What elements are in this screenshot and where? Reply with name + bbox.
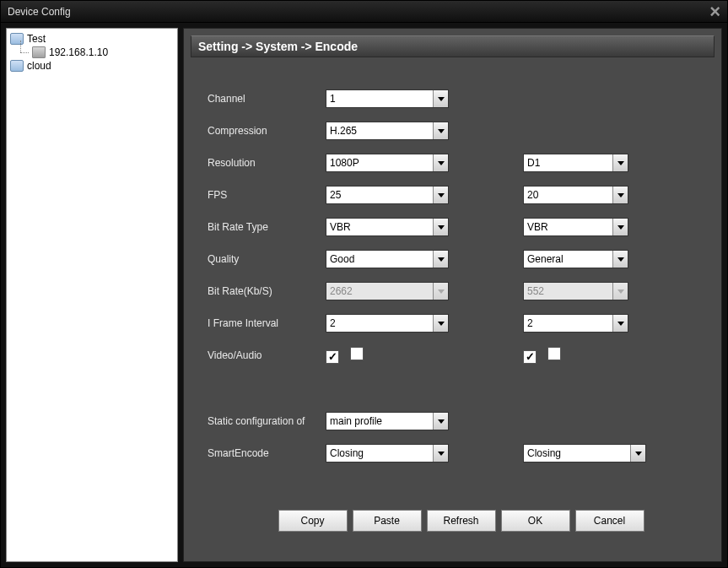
staticconf-select[interactable]: main profile xyxy=(326,412,449,430)
select-value: General xyxy=(527,253,564,265)
fps-main-select[interactable]: 25 xyxy=(326,186,449,204)
encode-form: Channel 1 Compression H.265 xyxy=(187,59,718,556)
folder-icon xyxy=(10,60,24,72)
chevron-down-icon xyxy=(612,315,628,332)
refresh-button[interactable]: Refresh xyxy=(427,510,496,532)
chevron-down-icon xyxy=(612,187,628,203)
smartencode-main-select[interactable]: Closing xyxy=(326,444,449,463)
select-value: 20 xyxy=(527,189,538,201)
chevron-down-icon xyxy=(433,413,448,430)
tree-root-cloud[interactable]: cloud xyxy=(8,59,175,73)
bitratetype-sub-select[interactable]: VBR xyxy=(523,218,628,236)
cancel-button[interactable]: Cancel xyxy=(575,510,644,532)
chevron-down-icon xyxy=(612,154,628,171)
tree-root-test[interactable]: Test xyxy=(8,32,175,46)
ok-button[interactable]: OK xyxy=(501,510,570,532)
quality-sub-select[interactable]: General xyxy=(523,250,628,268)
bitrate-main-select: 2662 xyxy=(326,282,449,300)
select-value: main profile xyxy=(330,415,382,427)
smartencode-sub-select[interactable]: Closing xyxy=(523,444,646,463)
video-main-checkbox[interactable] xyxy=(326,350,339,364)
select-value: 25 xyxy=(330,189,341,201)
label-quality: Quality xyxy=(208,253,326,265)
chevron-down-icon xyxy=(612,219,628,235)
label-fps: FPS xyxy=(208,189,326,201)
chevron-down-icon xyxy=(433,315,448,332)
chevron-down-icon xyxy=(433,90,448,107)
chevron-down-icon xyxy=(433,187,448,203)
label-iframe: I Frame Interval xyxy=(208,317,326,329)
label-resolution: Resolution xyxy=(208,157,326,169)
label-bitrate: Bit Rate(Kb/S) xyxy=(208,285,326,297)
bitratetype-main-select[interactable]: VBR xyxy=(326,218,449,236)
chevron-down-icon xyxy=(433,445,448,462)
label-smartencode: SmartEncode xyxy=(208,447,326,459)
titlebar: Device Config × xyxy=(1,1,727,23)
paste-button[interactable]: Paste xyxy=(353,510,422,532)
chevron-down-icon xyxy=(433,219,448,235)
select-value: H.265 xyxy=(330,125,357,137)
select-value: D1 xyxy=(527,157,540,169)
iframe-sub-select[interactable]: 2 xyxy=(523,314,628,333)
label-bitratetype: Bit Rate Type xyxy=(208,221,326,233)
copy-button[interactable]: Copy xyxy=(278,510,348,532)
select-value: Closing xyxy=(527,447,561,459)
select-value: VBR xyxy=(330,221,351,233)
select-value: 552 xyxy=(527,285,544,297)
label-channel: Channel xyxy=(208,93,326,105)
select-value: Good xyxy=(330,253,354,265)
close-icon[interactable]: × xyxy=(709,3,720,20)
content-panel: Setting -> System -> Encode Channel 1 Co… xyxy=(183,28,722,562)
select-value: 1080P xyxy=(330,157,359,169)
channel-select[interactable]: 1 xyxy=(326,89,449,108)
button-row: Copy Paste Refresh OK Cancel xyxy=(208,510,715,532)
chevron-down-icon xyxy=(433,122,448,139)
select-value: 2 xyxy=(330,317,336,329)
label-videoaudio: Video/Audio xyxy=(208,349,326,361)
tree-label: Test xyxy=(27,33,46,45)
label-staticconf: Static configuration of xyxy=(208,415,326,427)
tree-device[interactable]: 192.168.1.10 xyxy=(8,46,175,59)
iframe-main-select[interactable]: 2 xyxy=(326,314,449,333)
chevron-down-icon xyxy=(433,251,448,268)
select-value: 2662 xyxy=(330,285,353,297)
select-value: Closing xyxy=(330,447,364,459)
bitrate-sub-select: 552 xyxy=(523,282,628,300)
device-icon xyxy=(32,46,46,58)
label-compression: Compression xyxy=(208,125,326,137)
audio-sub-checkbox[interactable] xyxy=(547,347,561,360)
video-sub-checkbox[interactable] xyxy=(523,350,537,364)
breadcrumb: Setting -> System -> Encode xyxy=(191,35,715,57)
window-title: Device Config xyxy=(8,6,709,18)
fps-sub-select[interactable]: 20 xyxy=(523,186,628,204)
device-config-window: Device Config × Test 192.168.1.10 cloud … xyxy=(0,0,728,568)
chevron-down-icon xyxy=(612,283,628,300)
chevron-down-icon xyxy=(612,251,628,268)
tree-label: 192.168.1.10 xyxy=(49,46,108,58)
chevron-down-icon xyxy=(630,445,645,462)
quality-main-select[interactable]: Good xyxy=(326,250,449,268)
compression-select[interactable]: H.265 xyxy=(326,122,449,140)
window-body: Test 192.168.1.10 cloud Setting -> Syste… xyxy=(1,23,727,567)
chevron-down-icon xyxy=(433,154,448,171)
chevron-down-icon xyxy=(433,283,448,300)
select-value: 2 xyxy=(527,317,533,329)
select-value: 1 xyxy=(330,93,336,105)
resolution-main-select[interactable]: 1080P xyxy=(326,154,449,172)
resolution-sub-select[interactable]: D1 xyxy=(523,154,628,172)
tree-label: cloud xyxy=(27,60,51,72)
select-value: VBR xyxy=(527,221,548,233)
device-tree[interactable]: Test 192.168.1.10 cloud xyxy=(6,28,178,562)
audio-main-checkbox[interactable] xyxy=(350,347,364,360)
